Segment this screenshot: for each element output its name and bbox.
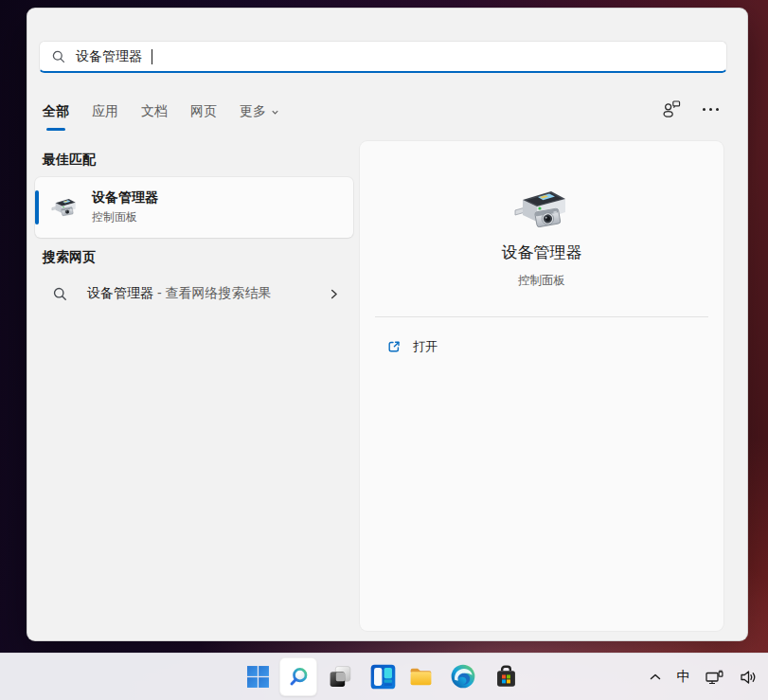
selection-accent-bar: [35, 190, 39, 224]
best-match-result[interactable]: 设备管理器 控制面板: [35, 177, 353, 238]
tab-more[interactable]: 更多: [240, 103, 280, 120]
tab-documents[interactable]: 文档: [141, 103, 168, 120]
edge-icon: [450, 663, 476, 690]
tab-apps[interactable]: 应用: [92, 103, 118, 120]
web-result-text: 设备管理器 - 查看网络搜索结果: [87, 285, 309, 302]
search-filter-tabs: 全部 应用 文档 网页 更多: [43, 101, 732, 122]
network-icon[interactable]: [703, 664, 726, 691]
search-icon: [52, 286, 68, 302]
volume-icon[interactable]: [737, 664, 759, 691]
search-icon: [287, 665, 311, 689]
ellipsis-icon[interactable]: [703, 108, 719, 111]
person-chat-icon[interactable]: [661, 99, 682, 118]
tab-web[interactable]: 网页: [190, 103, 217, 120]
taskbar: 中: [0, 653, 768, 700]
file-explorer-button[interactable]: [408, 664, 434, 690]
section-best-match: 最佳匹配: [43, 152, 96, 169]
open-label: 打开: [413, 338, 438, 355]
edge-button[interactable]: [450, 663, 476, 690]
ime-language-badge[interactable]: 中: [675, 664, 693, 691]
chevron-right-icon: [328, 288, 340, 300]
chevron-up-icon[interactable]: [646, 664, 665, 691]
search-icon: [51, 49, 66, 64]
open-external-icon: [386, 339, 402, 354]
preview-title: 设备管理器: [360, 242, 723, 263]
search-flyout-panel: 设备管理器 全部 应用 文档 网页 更多 最佳匹配: [27, 8, 748, 641]
section-web-search: 搜索网页: [43, 249, 96, 266]
search-query-text: 设备管理器: [76, 48, 142, 65]
search-input[interactable]: 设备管理器: [39, 41, 727, 73]
best-match-title: 设备管理器: [92, 189, 158, 206]
tab-all[interactable]: 全部: [43, 103, 69, 120]
device-manager-icon: [50, 193, 79, 222]
system-tray: 中: [646, 654, 760, 700]
divider: [375, 316, 708, 317]
device-manager-icon-large: [511, 179, 572, 240]
text-caret: [152, 49, 152, 64]
open-action[interactable]: 打开: [371, 330, 712, 364]
windows-logo-icon: [246, 665, 270, 689]
microsoft-store-button[interactable]: [492, 663, 520, 691]
best-match-subtitle: 控制面板: [92, 209, 158, 225]
widgets-icon: [369, 663, 397, 691]
result-preview-pane: 设备管理器 控制面板 打开: [360, 141, 723, 631]
task-view-button[interactable]: [328, 664, 353, 690]
preview-subtitle: 控制面板: [360, 273, 723, 289]
search-button-active[interactable]: [279, 657, 317, 696]
microsoft-store-icon: [492, 663, 520, 691]
chevron-down-icon: [270, 107, 280, 117]
start-button[interactable]: [245, 664, 271, 690]
web-search-result[interactable]: 设备管理器 - 查看网络搜索结果: [35, 276, 353, 312]
file-explorer-icon: [408, 664, 434, 690]
widgets-button[interactable]: [369, 663, 397, 691]
task-view-icon: [328, 664, 353, 690]
